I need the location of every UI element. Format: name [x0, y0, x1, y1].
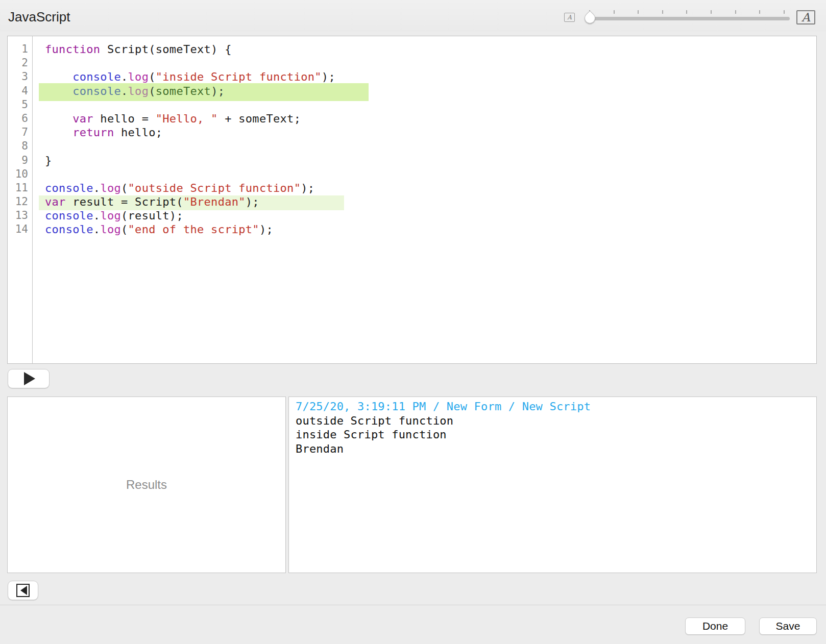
line-number: 13: [8, 209, 33, 222]
line-number: 9: [8, 154, 33, 167]
console-output-line: inside Script function: [296, 428, 812, 442]
code-text: console.log("end of the script");: [33, 222, 273, 236]
code-line[interactable]: 1function Script(someText) {: [8, 42, 816, 56]
code-text: [33, 98, 45, 112]
slider-tick: [662, 10, 663, 14]
console-output-line: outside Script function: [296, 414, 812, 428]
line-number: 10: [8, 167, 33, 181]
line-number: 6: [8, 112, 33, 126]
footer-divider: [0, 605, 826, 605]
slider-tick: [686, 10, 687, 14]
console-output-panel[interactable]: 7/25/20, 3:19:11 PM / New Form / New Scr…: [288, 397, 817, 573]
code-editor[interactable]: 1function Script(someText) {23 console.l…: [7, 36, 817, 364]
slider-tick: [784, 10, 785, 14]
results-panel: Results: [7, 397, 286, 573]
code-text: function Script(someText) {: [33, 42, 232, 56]
line-number: 3: [8, 70, 33, 84]
page-title: JavaScript: [8, 9, 70, 25]
console-output-line: Brendan: [296, 442, 812, 456]
line-number: 1: [8, 42, 33, 56]
code-line[interactable]: 5: [8, 98, 816, 112]
code-text: console.log("inside Script function");: [33, 70, 335, 84]
console-run-header: 7/25/20, 3:19:11 PM / New Form / New Scr…: [296, 400, 812, 414]
code-text: console.log(someText);: [33, 84, 225, 98]
code-text: console.log("outside Script function");: [33, 181, 314, 195]
code-line[interactable]: 7 return hello;: [8, 126, 816, 139]
run-script-button[interactable]: [8, 369, 50, 388]
header-bar: JavaScript A A: [0, 0, 826, 32]
code-line[interactable]: 13console.log(result);: [8, 209, 816, 222]
done-button[interactable]: Done: [685, 617, 745, 635]
code-line[interactable]: 2: [8, 56, 816, 70]
save-button[interactable]: Save: [759, 617, 817, 635]
code-line[interactable]: 8: [8, 139, 816, 153]
line-number: 11: [8, 181, 33, 195]
collapse-left-icon: [16, 584, 30, 597]
slider-tick: [638, 10, 639, 14]
font-size-slider-thumb[interactable]: [582, 11, 598, 26]
large-a-icon[interactable]: A: [796, 10, 815, 24]
code-text: console.log(result);: [33, 209, 183, 222]
code-text: var result = Script("Brendan");: [33, 195, 259, 209]
code-text: [33, 167, 45, 181]
code-line[interactable]: 6 var hello = "Hello, " + someText;: [8, 112, 816, 126]
slider-tick: [759, 10, 760, 14]
code-text: return hello;: [33, 126, 162, 139]
font-size-slider-track[interactable]: [594, 17, 790, 20]
code-line[interactable]: 14console.log("end of the script");: [8, 222, 816, 236]
line-number: 2: [8, 56, 33, 70]
code-line[interactable]: 9}: [8, 154, 816, 167]
collapse-panel-button[interactable]: [8, 581, 38, 600]
code-line[interactable]: 10: [8, 167, 816, 181]
play-icon: [24, 372, 35, 385]
code-line[interactable]: 3 console.log("inside Script function");: [8, 70, 816, 84]
slider-tick: [711, 10, 712, 14]
line-number: 7: [8, 126, 33, 139]
code-line[interactable]: 11console.log("outside Script function")…: [8, 181, 816, 195]
line-number: 4: [8, 84, 33, 98]
slider-tick: [735, 10, 736, 14]
code-text: }: [33, 154, 52, 167]
code-text: var hello = "Hello, " + someText;: [33, 112, 301, 126]
small-a-icon[interactable]: A: [564, 13, 575, 22]
code-line[interactable]: 4 console.log(someText);: [8, 84, 816, 98]
results-placeholder: Results: [126, 478, 167, 492]
line-number: 12: [8, 195, 33, 209]
code-text: [33, 56, 45, 70]
slider-tick: [614, 10, 615, 14]
line-number: 8: [8, 139, 33, 153]
line-number: 14: [8, 222, 33, 236]
code-text: [33, 139, 45, 153]
code-line[interactable]: 12var result = Script("Brendan");: [8, 195, 816, 209]
line-number: 5: [8, 98, 33, 112]
